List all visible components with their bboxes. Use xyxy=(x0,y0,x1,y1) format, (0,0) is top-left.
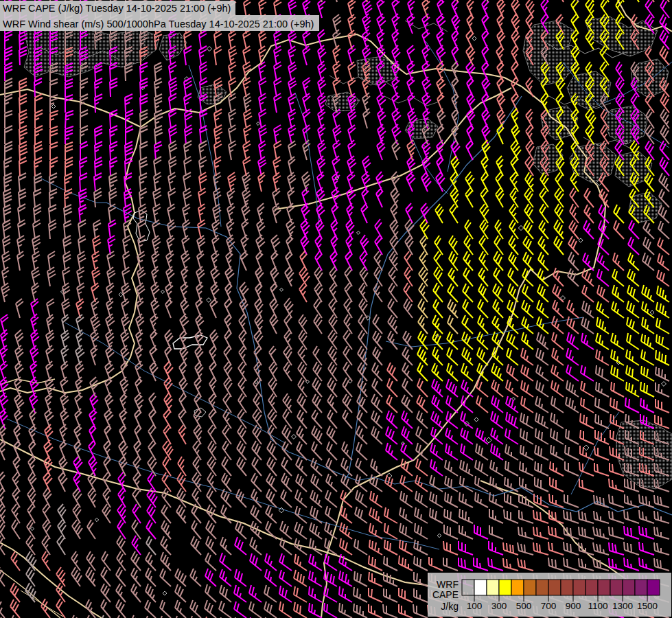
svg-text:700: 700 xyxy=(541,601,557,611)
svg-text:900: 900 xyxy=(566,601,581,611)
svg-text:500: 500 xyxy=(516,601,532,611)
svg-text:1100: 1100 xyxy=(588,601,607,611)
svg-text:CAPE: CAPE xyxy=(432,589,459,600)
svg-text:1300: 1300 xyxy=(612,601,633,611)
svg-text:300: 300 xyxy=(491,601,507,611)
svg-text:WRF CAPE (J/kg) Tuesday 14-10-: WRF CAPE (J/kg) Tuesday 14-10-2025 21:00… xyxy=(3,3,231,14)
svg-text:J/kg: J/kg xyxy=(441,601,459,612)
svg-text:100: 100 xyxy=(467,601,483,611)
svg-text:1500: 1500 xyxy=(637,601,658,611)
svg-text:WRF Wind shear (m/s) 500/1000h: WRF Wind shear (m/s) 500/1000hPa Tuesday… xyxy=(3,19,314,30)
svg-text:WRF: WRF xyxy=(437,579,459,590)
